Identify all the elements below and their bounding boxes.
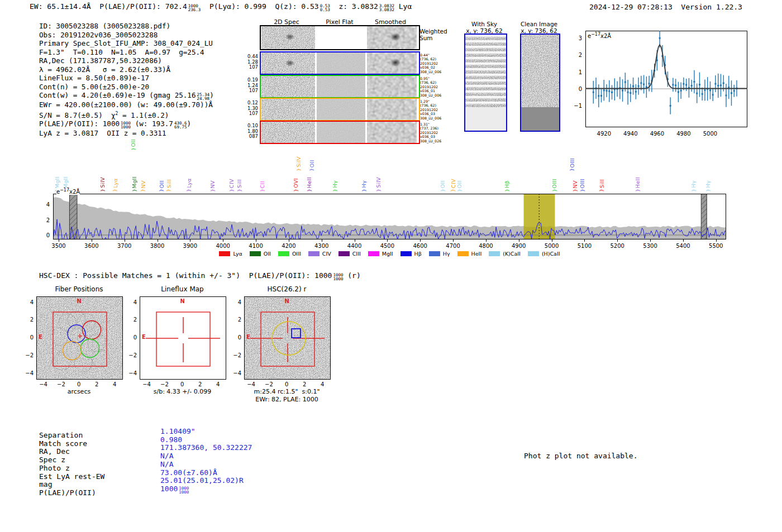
info-line: λ = 4962.02Å σ = 2.62(±0.33)Å [39, 65, 214, 74]
x-tick-label: −2 [57, 381, 65, 387]
compass-east: E [39, 334, 42, 340]
spec2d-row-right-label: 1.29"(736, 62)20191202v036_03308_LU_006 [420, 99, 446, 120]
x-tick-mark [650, 239, 651, 242]
spectrum-plot-area [53, 194, 726, 242]
x-tick-label: 4700 [446, 243, 460, 249]
compass-north: N [77, 298, 82, 304]
line-label-OII: OII{ [158, 180, 165, 193]
line-label-SiIV: SiIV{ [295, 156, 303, 172]
x-tick-label: −2 [160, 381, 169, 387]
x-tick-label: 4 [321, 381, 324, 387]
line-label-MgII: MgII{ [130, 176, 138, 193]
line-label-Hβ: Hβ{ [503, 180, 511, 193]
x-tick-mark [420, 239, 421, 242]
y-tick-label: 2 [20, 317, 34, 323]
elixer-detection-report: EW: 65.1±14.4Å P(LAE)/P(OII): 702.410002… [0, 0, 782, 532]
spec2d-row-right-label: 0.95"(736, 62)20191202v036_01308_LU_006 [420, 76, 446, 97]
x-tick-label: 4200 [282, 243, 295, 249]
x-tick-label: 3600 [84, 243, 98, 249]
header-summary: EW: 65.1±14.4Å P(LAE)/P(OII): 702.410002… [30, 2, 412, 12]
spec2d-row-right-label: 1.31"(737, 236)20191202v036_03308_LU_026 [420, 122, 446, 143]
legend-label: CIII [352, 251, 361, 257]
cutout-plot [36, 296, 123, 380]
legend-swatch [338, 251, 350, 256]
x-tick-label: 4 [216, 381, 220, 387]
x-tick-mark [256, 239, 256, 242]
line-label-Hγ: Hγ{ [360, 180, 368, 193]
x-tick-label: 5500 [709, 243, 723, 249]
match-row-label: mag [39, 480, 52, 488]
detection-info-block: ID: 3005023288 (3005023288.pdf)Obs: 2019… [39, 22, 214, 138]
x-tick-label: 4600 [413, 243, 427, 249]
match-row-value: 171.387360, 50.322227 [160, 443, 252, 452]
pixel-flat-image [317, 52, 365, 74]
x-tick-mark [289, 239, 289, 242]
cutout-image [464, 33, 507, 132]
legend-label: Hβ [414, 251, 422, 257]
match-row-label: Est LyA rest-EW [39, 472, 104, 481]
legend-label: Hγ [443, 251, 450, 257]
line-label-OVI: OVI{ [292, 178, 300, 193]
cutout-title: Clean Image [521, 21, 557, 27]
x-tick-label: −4 [142, 381, 151, 387]
line-label-OII: OII{ [308, 160, 316, 172]
y-tick-label: −4 [123, 370, 137, 376]
x-tick-label: 0 [77, 381, 80, 387]
emission-spot [388, 57, 403, 68]
y-tick-label: 0 [20, 334, 34, 341]
x-tick-label: 3900 [183, 243, 197, 249]
line-label-SiII: SiII{ [236, 179, 244, 193]
emission-spot [284, 59, 296, 68]
legend-label: HeII [471, 251, 482, 257]
line-label-Hγ: Hγ{ [331, 180, 339, 193]
legend-item: CIV [308, 251, 331, 257]
compass-east: E [246, 334, 250, 340]
x-tick-mark [486, 239, 487, 242]
legend-item: Lyα [219, 251, 242, 257]
match-row-value: 25.01(25.01,25.02)R [160, 476, 244, 485]
x-tick-label: 4900 [512, 243, 526, 249]
x-tick-mark [223, 239, 223, 242]
x-tick-label: 4980 [676, 131, 690, 137]
legend-label: OIII [292, 251, 301, 257]
legend-item: MgII [368, 251, 393, 257]
x-tick-label: 4300 [314, 243, 328, 249]
y-tick-label: 4 [228, 299, 241, 305]
x-tick-mark [716, 239, 717, 242]
y-tick-label: 2 [570, 52, 582, 58]
x-tick-label: 3700 [117, 243, 131, 249]
match-row-label: Separation [39, 431, 83, 439]
x-tick-mark [617, 239, 618, 242]
match-row-value: N/A [160, 452, 173, 460]
legend-label: MgII [382, 251, 393, 257]
cutout-panel-title: Fiber Positions [55, 285, 103, 293]
x-tick-label: −2 [265, 381, 273, 387]
x-tick-label: 5400 [676, 243, 690, 249]
line-label-SiIV: SiIV{ [98, 177, 106, 193]
x-tick-mark [125, 239, 125, 242]
x-tick-label: 3800 [150, 243, 164, 249]
x-tick-mark [190, 239, 190, 242]
x-tick-label: 4920 [597, 131, 611, 137]
line-label-Hγ: Hγ{ [690, 180, 698, 193]
x-tick-label: 5100 [578, 243, 592, 249]
match-row-label: Photo z [39, 464, 70, 472]
spectrum-legend: LyαOIIOIIICIVCIIIMgIIHβHγHeII(K)CaII(H)C… [53, 251, 726, 257]
x-tick-label: 4940 [623, 131, 637, 137]
flux-unit-label: e−17x2Å [56, 188, 80, 195]
line-label-OII: OII{ [438, 180, 446, 193]
x-tick-mark [92, 239, 92, 242]
match-row-value: N/A [160, 460, 173, 468]
line-label-OIII: OIII{ [578, 179, 586, 193]
smoothed-image [367, 26, 417, 49]
line-label-OIII: OIII{ [568, 158, 576, 172]
y-tick-label: 2 [123, 317, 137, 323]
y-tick-label: 0 [570, 86, 582, 92]
spec2d-row-left-label: 0.441.28107 [239, 54, 258, 70]
x-tick-label: 4000 [216, 243, 230, 249]
info-line: F=1.3" T=0.110 N=1.05 A=0.97 g=25.4 [39, 48, 214, 57]
x-tick-label: 5000 [703, 131, 717, 137]
line-label-SiII: SiII{ [165, 179, 173, 193]
cutout-image [520, 33, 560, 132]
y-tick-label: −2 [20, 352, 34, 358]
